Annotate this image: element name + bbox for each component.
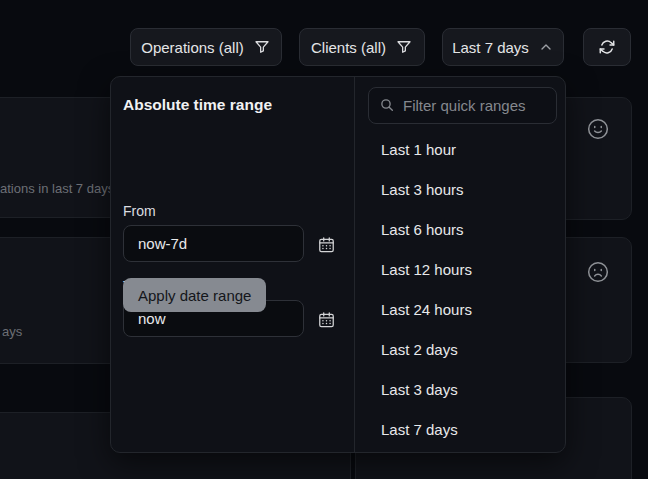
smiley-face-icon: [585, 116, 611, 142]
chevron-up-icon: [538, 39, 554, 55]
refresh-icon: [598, 38, 616, 56]
calendar-icon: [317, 310, 336, 329]
dashboard-screen: { "toolbar": { "operations_button": { "l…: [0, 0, 648, 479]
absolute-time-range-title: Absolute time range: [123, 96, 272, 114]
funnel-icon: [395, 38, 413, 56]
filter-quick-ranges-input[interactable]: [368, 87, 557, 124]
quick-range-last-3-hours[interactable]: Last 3 hours: [355, 169, 567, 209]
quick-range-last-2-days[interactable]: Last 2 days: [355, 329, 567, 369]
quick-range-last-7-days[interactable]: Last 7 days: [355, 409, 567, 449]
to-calendar-button[interactable]: [314, 307, 338, 331]
refresh-button[interactable]: [583, 28, 631, 66]
background-card-caption: ays: [2, 324, 22, 339]
quick-ranges-pane: Last 1 hour Last 3 hours Last 6 hours La…: [355, 77, 567, 452]
quick-ranges-list: Last 1 hour Last 3 hours Last 6 hours La…: [355, 129, 567, 449]
operations-filter-label: Operations (all): [141, 39, 244, 56]
quick-range-last-12-hours[interactable]: Last 12 hours: [355, 249, 567, 289]
operations-filter-button[interactable]: Operations (all): [130, 28, 282, 66]
from-label: From: [123, 203, 156, 219]
quick-range-last-24-hours[interactable]: Last 24 hours: [355, 289, 567, 329]
sad-face-icon: [585, 259, 611, 285]
clients-filter-label: Clients (all): [311, 39, 386, 56]
quick-range-filter: [368, 87, 557, 124]
quick-range-last-1-hour[interactable]: Last 1 hour: [355, 129, 567, 169]
funnel-icon: [253, 38, 271, 56]
from-calendar-button[interactable]: [314, 232, 338, 256]
from-input[interactable]: [123, 225, 304, 262]
calendar-icon: [317, 235, 336, 254]
clients-filter-button[interactable]: Clients (all): [299, 28, 425, 66]
quick-range-last-3-days[interactable]: Last 3 days: [355, 369, 567, 409]
apply-date-range-button[interactable]: Apply date range: [123, 278, 266, 312]
background-card-caption: ations in last 7 days: [0, 181, 114, 196]
time-range-button[interactable]: Last 7 days: [442, 28, 564, 66]
time-range-label: Last 7 days: [452, 39, 529, 56]
quick-range-last-6-hours[interactable]: Last 6 hours: [355, 209, 567, 249]
time-picker-panel: Absolute time range From To Apply date r…: [110, 76, 566, 453]
